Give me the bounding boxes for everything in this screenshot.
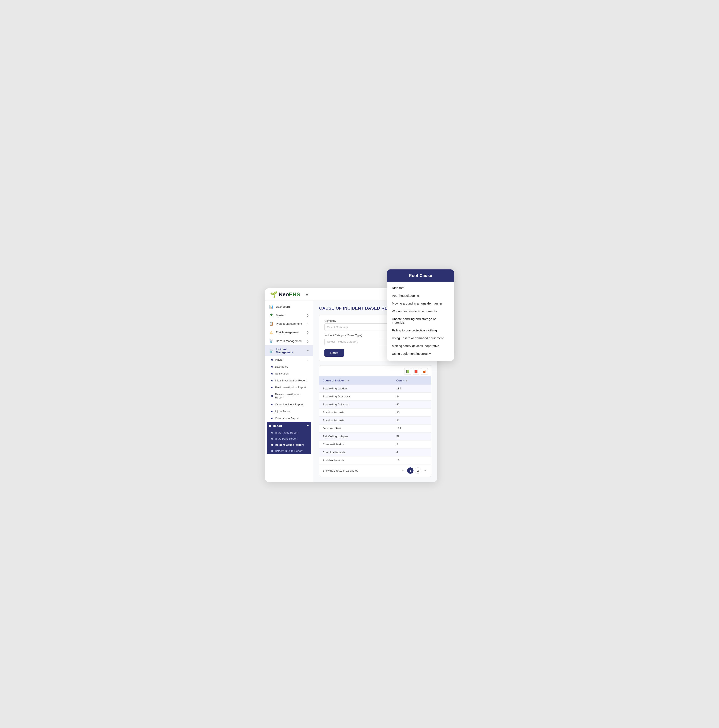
pdf-icon: 📕	[414, 370, 418, 373]
incident-icon: 📡	[269, 349, 273, 353]
table-row: Fall Ceiling collapse 58	[319, 433, 431, 440]
root-cause-card: Root Cause Ride fastPoor housekeepingMov…	[387, 269, 454, 361]
col-cause-label: Cause of Incident	[323, 379, 345, 382]
cell-count: 189	[393, 385, 431, 393]
hazard-icon: 📡	[269, 339, 273, 343]
hamburger-icon[interactable]: ≡	[306, 292, 308, 297]
pagination-info: Showing 1 to 10 of 13 entries	[323, 469, 358, 472]
root-cause-item[interactable]: Using equipment incorrectly	[387, 350, 454, 358]
sidebar-sub-review-investigation[interactable]: Review Investigation Report	[265, 391, 313, 401]
sidebar-item-master[interactable]: 🏛 Master ❯	[265, 311, 313, 320]
sidebar-sub-master[interactable]: Master ❯	[265, 356, 313, 363]
chevron-down-icon: ∨	[307, 349, 309, 352]
pagination-controls: ← 1 2 →	[400, 467, 428, 474]
header-row: Cause of Incident ▼ Count ⇅	[319, 376, 431, 385]
root-cause-item[interactable]: Working in unsafe environments	[387, 307, 454, 315]
dot-icon	[271, 432, 273, 434]
cell-count: 21	[393, 416, 431, 425]
dot-icon	[271, 444, 273, 446]
sidebar-sub-injury-parts[interactable]: Injury Parts Report	[267, 436, 311, 442]
root-cause-item[interactable]: Ride fast	[387, 284, 454, 292]
sort-icon: ▼	[347, 379, 349, 382]
cell-count: 16	[393, 456, 431, 465]
dot-icon	[271, 450, 273, 452]
cell-cause: Physical hazards	[319, 408, 393, 416]
cell-count: 42	[393, 401, 431, 408]
sidebar: 📊 Dashboard 🏛 Master ❯ 📋 Project Managem…	[265, 301, 313, 482]
prev-page-button[interactable]: ←	[400, 468, 406, 473]
sidebar-sub-final-investigation[interactable]: Final Investigation Report	[265, 384, 313, 391]
root-cause-list: Ride fastPoor housekeepingMoving around …	[387, 282, 454, 361]
dot-icon	[271, 411, 273, 412]
dot-icon	[271, 438, 273, 440]
next-page-button[interactable]: →	[422, 468, 428, 473]
excel-icon: 📗	[406, 370, 410, 373]
sidebar-sub-incident-cause[interactable]: Incident Cause Report	[267, 442, 311, 448]
root-cause-item[interactable]: Moving around in an unsafe manner	[387, 300, 454, 307]
logo-area: 🌱 NeoEHS ≡	[270, 291, 394, 298]
table-actions: 📗 📕 🖨	[319, 366, 431, 376]
sub-label: Notification	[275, 372, 289, 375]
sidebar-item-project-management[interactable]: 📋 Project Management ❯	[265, 320, 313, 328]
reset-button[interactable]: Reset	[324, 349, 344, 356]
table-row: Accident hazards 16	[319, 456, 431, 465]
col-count: Count ⇅	[393, 376, 431, 385]
pagination: Showing 1 to 10 of 13 entries ← 1 2 →	[319, 465, 431, 477]
sidebar-sub-injury-report[interactable]: Injury Report	[265, 408, 313, 415]
root-cause-item[interactable]: Poor housekeeping	[387, 292, 454, 300]
sub-label: Dashboard	[275, 365, 289, 368]
sub-label: Review Investigation Report	[275, 393, 309, 399]
root-cause-item[interactable]: Failing to use protective clothing	[387, 326, 454, 334]
chevron-icon: ❯	[307, 323, 309, 325]
sidebar-item-label: Dashboard	[276, 305, 290, 308]
root-cause-item[interactable]: Making safety devices inoperative	[387, 342, 454, 350]
root-cause-item[interactable]: Unsafe handling and storage of materials	[387, 315, 454, 326]
chevron-icon: ❯	[307, 331, 309, 334]
print-icon: 🖨	[423, 370, 426, 373]
sidebar-item-dashboard[interactable]: 📊 Dashboard	[265, 303, 313, 311]
sidebar-item-risk-management[interactable]: ⚠ Risk Management ❯	[265, 328, 313, 336]
chevron-icon: ❯	[307, 340, 309, 343]
chevron-icon: ❯	[307, 358, 309, 361]
sidebar-sub-dashboard[interactable]: Dashboard	[265, 363, 313, 370]
cell-cause: Chemical hazards	[319, 448, 393, 456]
table-section: 📗 📕 🖨 Cause of Inc	[319, 365, 431, 477]
sidebar-incident-management[interactable]: 📡 Incident Management ∨	[265, 345, 313, 356]
master-icon: 🏛	[269, 314, 273, 317]
chevron-down-icon: ∨	[307, 425, 309, 427]
col-cause-of-incident[interactable]: Cause of Incident ▼	[319, 376, 393, 385]
sidebar-item-label: Project Management	[276, 322, 302, 325]
sidebar-item-hazard-management[interactable]: 📡 Hazard Management ❯	[265, 336, 313, 345]
risk-icon: ⚠	[269, 330, 273, 334]
root-cause-item[interactable]: Using unsafe or damaged equipment	[387, 334, 454, 342]
sub-label: Injury Report	[275, 410, 291, 413]
logo-neo: Neo	[279, 291, 289, 298]
sub-label: Final Investigation Report	[275, 386, 306, 389]
project-icon: 📋	[269, 322, 273, 326]
table-row: Scaffolding Ladders 189	[319, 385, 431, 393]
sidebar-sub-comparison-report[interactable]: Comparison Report	[265, 415, 313, 422]
incident-section-label: Incident Management	[276, 347, 304, 354]
sidebar-sub-initial-investigation[interactable]: Initial Investigation Report	[265, 377, 313, 384]
cell-cause: Accident hazards	[319, 456, 393, 465]
report-section-header[interactable]: Report ∨	[267, 422, 311, 430]
cell-cause: Combustible dust	[319, 440, 393, 448]
cell-count: 132	[393, 425, 431, 433]
sidebar-sub-incident-due[interactable]: Incident Due To Report	[267, 448, 311, 454]
page-1-button[interactable]: 1	[407, 467, 414, 474]
print-button[interactable]: 🖨	[421, 368, 428, 375]
sidebar-sub-notification[interactable]: Notification	[265, 370, 313, 377]
dot-icon	[271, 373, 273, 375]
dot-icon	[271, 395, 273, 397]
page-2-button[interactable]: 2	[415, 467, 421, 474]
sidebar-sub-overall-report[interactable]: Overall Incident Report	[265, 401, 313, 408]
sidebar-item-label: Master	[276, 314, 284, 317]
cell-count: 34	[393, 393, 431, 401]
export-excel-button[interactable]: 📗	[404, 368, 411, 375]
sub-label: Comparison Report	[275, 417, 299, 420]
sidebar-sub-injury-types[interactable]: Injury Types Report	[267, 430, 311, 436]
export-pdf-button[interactable]: 📕	[413, 368, 419, 375]
cell-count: 4	[393, 448, 431, 456]
cell-cause: Fall Ceiling collapse	[319, 433, 393, 440]
table-row: Physical hazards 20	[319, 408, 431, 416]
